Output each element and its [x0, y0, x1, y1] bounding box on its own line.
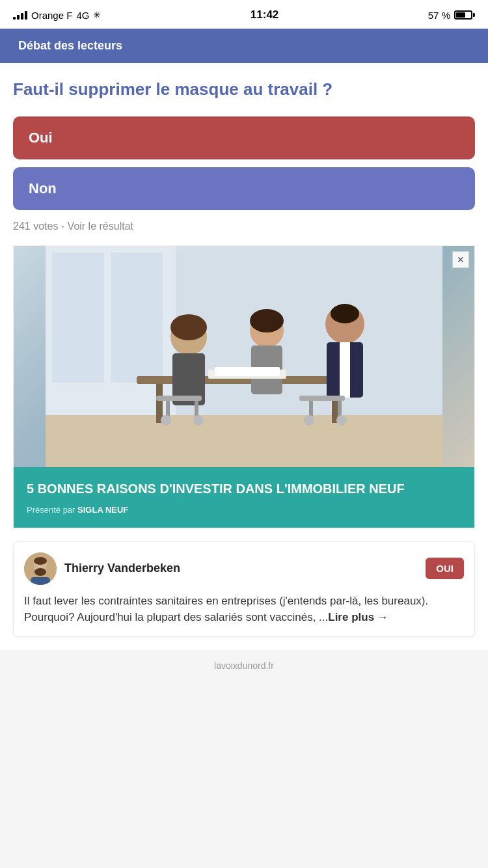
footer: lavoixdunord.fr — [0, 650, 488, 681]
footer-domain: lavoixdunord.fr — [214, 660, 274, 671]
comment-header: Thierry Vanderbeken OUI — [24, 552, 464, 585]
svg-point-26 — [304, 415, 314, 426]
ad-bottom[interactable]: 5 BONNES RAISONS D'INVESTIR DANS L'IMMOB… — [14, 467, 474, 528]
svg-rect-4 — [46, 415, 442, 467]
ad-brand: SIGLA NEUF — [77, 505, 128, 515]
signal-bars — [13, 10, 27, 20]
poll-question: Faut-il supprimer le masque au travail ? — [13, 79, 475, 101]
svg-rect-3 — [111, 252, 163, 383]
svg-rect-18 — [156, 396, 202, 401]
status-time: 11:42 — [251, 8, 278, 21]
comment-vote-badge: OUI — [426, 558, 464, 579]
svg-rect-23 — [299, 396, 345, 401]
comment-body: Il faut lever les contraintes sanitaires… — [24, 593, 464, 626]
ad-image — [14, 246, 474, 467]
online-indicator: 1 en ligne — [418, 40, 475, 52]
svg-point-13 — [250, 309, 284, 332]
svg-rect-34 — [31, 577, 50, 585]
status-bar: Orange F 4G ✳ 11:42 57 % — [0, 0, 488, 29]
vote-oui-button[interactable]: Oui — [13, 116, 475, 159]
read-more-link[interactable]: Lire plus → — [328, 611, 388, 623]
svg-point-33 — [34, 568, 46, 576]
main-content: Faut-il supprimer le masque au travail ?… — [0, 63, 488, 650]
battery-icon — [454, 10, 475, 20]
header-bar: Débat des lecteurs 1 en ligne — [0, 29, 488, 63]
svg-rect-6 — [156, 384, 163, 423]
ad-close-button[interactable]: ✕ — [452, 251, 469, 268]
battery-percent: 57 % — [428, 10, 450, 21]
network-label: 4G — [76, 10, 89, 21]
comment-user: Thierry Vanderbeken — [24, 552, 180, 585]
svg-point-21 — [161, 415, 171, 426]
avatar — [24, 552, 57, 585]
status-right: 57 % — [428, 10, 475, 21]
svg-rect-2 — [52, 252, 104, 383]
online-dot — [418, 43, 425, 49]
avatar-illustration — [24, 552, 57, 585]
online-count: 1 en ligne — [430, 40, 475, 52]
votes-text[interactable]: 241 votes - Voir le résultat — [13, 221, 133, 232]
svg-point-32 — [34, 557, 47, 565]
ad-title: 5 BONNES RAISONS D'INVESTIR DANS L'IMMOB… — [27, 480, 461, 497]
wifi-icon: ✳ — [93, 10, 101, 20]
status-left: Orange F 4G ✳ — [13, 10, 101, 21]
ad-presenter-label: Présenté par — [27, 505, 75, 515]
signal-bar-1 — [13, 17, 16, 20]
comment-username: Thierry Vanderbeken — [64, 562, 180, 575]
signal-bar-4 — [25, 11, 27, 20]
svg-point-10 — [170, 314, 207, 340]
votes-info: 241 votes - Voir le résultat — [13, 221, 475, 232]
comment-card: Thierry Vanderbeken OUI Il faut lever le… — [13, 541, 475, 637]
header-title: Débat des lecteurs — [13, 36, 128, 55]
signal-bar-2 — [17, 15, 20, 20]
svg-point-17 — [331, 304, 359, 323]
signal-bar-3 — [21, 13, 23, 20]
svg-point-27 — [336, 415, 347, 426]
vote-buttons: Oui Non — [13, 116, 475, 210]
ad-container: ✕ — [13, 245, 475, 528]
svg-point-22 — [193, 415, 204, 426]
carrier-label: Orange F — [31, 10, 72, 21]
ad-illustration — [14, 246, 474, 467]
ad-presenter-info: Présenté par SIGLA NEUF — [27, 505, 461, 515]
svg-rect-16 — [340, 342, 350, 398]
vote-non-button[interactable]: Non — [13, 167, 475, 210]
svg-rect-29 — [215, 367, 280, 376]
